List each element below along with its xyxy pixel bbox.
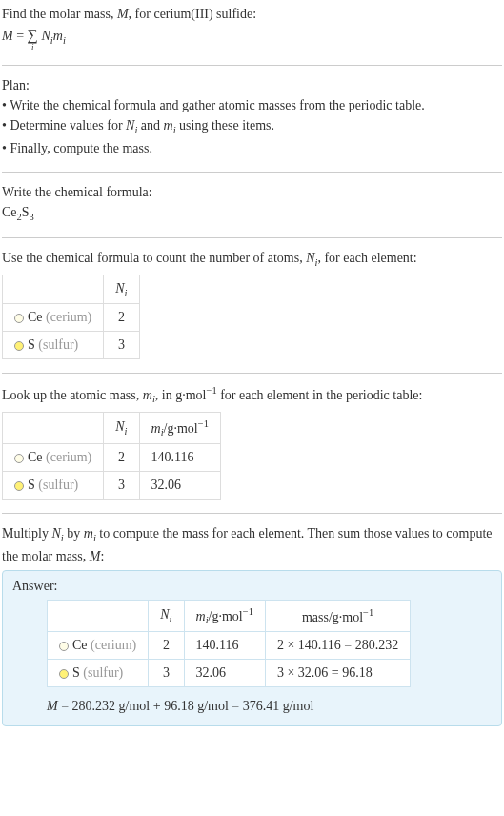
text: /g·mol (209, 608, 243, 622)
text: , for cerium(III) sulfide: (129, 7, 257, 21)
text: using these items. (176, 118, 274, 133)
th-mi: mi/g·mol−1 (184, 600, 265, 631)
text: (sulfur) (35, 478, 79, 492)
answer-table: Ni mi/g·mol−1 mass/g·mol−1 Ce (cerium) 2… (47, 600, 411, 687)
equals: = (13, 29, 28, 43)
text: m (151, 420, 161, 435)
var-m: m (143, 388, 152, 402)
td-m: 32.06 (139, 472, 220, 500)
text: /g·mol (164, 420, 198, 435)
answer-label: Answer: (12, 579, 492, 594)
compute-title: Multiply Ni by mi to compute the mass fo… (2, 523, 502, 566)
th-blank (3, 412, 104, 443)
td-m: 140.116 (184, 632, 265, 660)
var-M: M (117, 7, 129, 21)
text: and (137, 118, 163, 133)
text: mass/g·mol (302, 609, 363, 623)
intro-formula: M = ∑i Nimi (2, 26, 502, 51)
text: N (160, 607, 169, 622)
count-table: Ni Ce (cerium) 2 S (sulfur) 3 (2, 275, 140, 360)
sulfur-dot-icon (14, 341, 24, 351)
sub: i (125, 287, 128, 297)
count-title: Use the chemical formula to count the nu… (2, 248, 502, 271)
sup: −1 (198, 418, 209, 429)
text: N (115, 419, 124, 434)
text: , in g·mol (155, 388, 207, 402)
table-row: S (sulfur) 3 (3, 332, 140, 359)
sigma: ∑i (28, 28, 38, 51)
text: (sulfur) (35, 337, 79, 352)
plan-bullet: • Determine values for Ni and mi using t… (2, 115, 502, 138)
formula-title: Write the chemical formula: (2, 182, 502, 202)
text: : (100, 549, 104, 563)
th-ni: Ni (149, 600, 184, 631)
sigma-sub: i (31, 43, 34, 51)
table-row: Ni mi/g·mol−1 mass/g·mol−1 (48, 600, 411, 631)
text: (cerium) (88, 638, 137, 652)
cerium-dot-icon (14, 454, 24, 463)
answer-box: Answer: Ni mi/g·mol−1 mass/g·mol−1 Ce (c… (2, 570, 502, 726)
table-row: Ni mi/g·mol−1 (3, 412, 221, 443)
text: Ce (72, 638, 88, 652)
td-m: 140.116 (139, 444, 220, 472)
td-n: 2 (104, 444, 139, 472)
sup: −1 (243, 606, 253, 617)
var-N: N (52, 526, 61, 541)
sub: 3 (30, 211, 34, 221)
cerium-dot-icon (59, 642, 69, 651)
th-ni: Ni (104, 275, 139, 304)
table-row: Ce (cerium) 2 (3, 304, 140, 332)
text: = 280.232 g/mol + 96.18 g/mol = 376.41 g… (58, 699, 314, 713)
sulfur-dot-icon (14, 481, 24, 491)
table-row: Ce (cerium) 2 140.116 2 × 140.116 = 280.… (48, 632, 411, 660)
intro-line: Find the molar mass, M, for cerium(III) … (2, 4, 502, 24)
var-M: M (90, 549, 101, 563)
sulfur-dot-icon (59, 669, 69, 679)
sup: −1 (206, 385, 216, 396)
formula-section: Write the chemical formula: Ce2S3 (2, 182, 502, 225)
text: Use the chemical formula to count the nu… (2, 251, 306, 265)
element-ce: Ce (2, 205, 17, 219)
text: N (115, 281, 124, 296)
table-row: S (sulfur) 3 32.06 3 × 32.06 = 96.18 (48, 660, 411, 687)
sigma-icon: ∑i (28, 28, 38, 51)
td-n: 3 (104, 332, 139, 359)
th-mass: mass/g·mol−1 (265, 600, 410, 631)
lookup-table: Ni mi/g·mol−1 Ce (cerium) 2 140.116 S (s… (2, 412, 221, 500)
td-mass: 3 × 32.06 = 96.18 (265, 660, 410, 687)
text: (cerium) (43, 450, 92, 464)
table-row: Ni (3, 275, 140, 304)
divider (2, 65, 502, 66)
element-s: S (22, 205, 30, 219)
text: m (196, 608, 206, 622)
divider (2, 513, 502, 514)
td-element: Ce (cerium) (3, 444, 104, 472)
text: Look up the atomic mass, (2, 388, 143, 402)
th-blank (48, 600, 149, 631)
text: S (28, 478, 35, 492)
text: Multiply (2, 526, 52, 541)
th-mi: mi/g·mol−1 (139, 412, 220, 443)
plan-section: Plan: • Write the chemical formula and g… (2, 75, 502, 158)
td-n: 3 (149, 660, 184, 687)
text: N (38, 29, 50, 43)
td-element: S (sulfur) (3, 472, 104, 500)
intro-section: Find the molar mass, M, for cerium(III) … (2, 4, 502, 51)
var-m: m (164, 118, 173, 133)
lookup-title: Look up the atomic mass, mi, in g·mol−1 … (2, 383, 502, 407)
th-blank (3, 275, 104, 304)
var-m: m (84, 526, 93, 541)
td-n: 2 (149, 632, 184, 660)
td-n: 2 (104, 304, 139, 332)
plan-bullet: • Finally, compute the mass. (2, 138, 502, 158)
var-mi: mi (53, 29, 66, 43)
text: Ce (28, 450, 43, 464)
table-row: Ce (cerium) 2 140.116 (3, 444, 221, 472)
count-section: Use the chemical formula to count the nu… (2, 248, 502, 359)
plan-bullet: • Write the chemical formula and gather … (2, 95, 502, 115)
text: for each element in the periodic table: (217, 388, 423, 402)
sub: i (125, 426, 128, 437)
sigma-glyph: ∑ (28, 28, 38, 43)
answer-inner: Ni mi/g·mol−1 mass/g·mol−1 Ce (cerium) 2… (12, 600, 492, 714)
text: by (64, 526, 84, 541)
